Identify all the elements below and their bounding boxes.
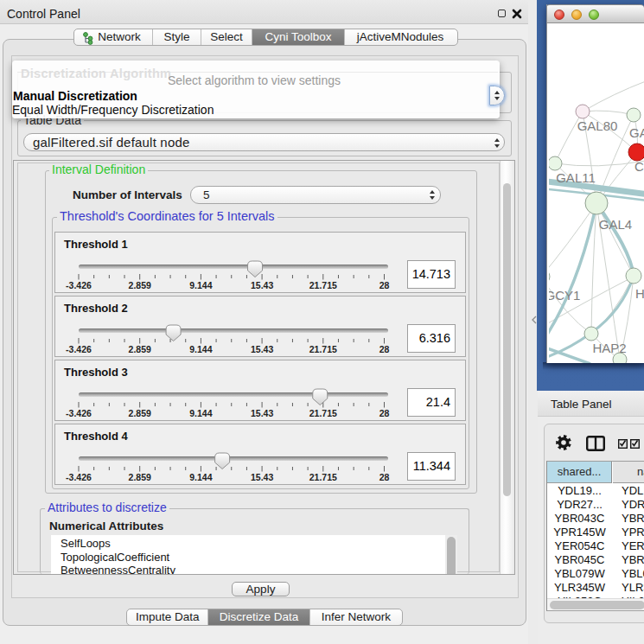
svg-text:GCY1: GCY1 [549, 288, 580, 303]
svg-text:GAL80: GAL80 [577, 118, 618, 133]
svg-text:GAL11: GAL11 [556, 170, 596, 185]
svg-text:C: C [634, 159, 644, 174]
svg-text:HAP2: HAP2 [592, 341, 626, 355]
svg-text:GA: GA [629, 125, 644, 140]
svg-text:H: H [635, 286, 644, 301]
svg-text:GAL4: GAL4 [599, 217, 632, 232]
